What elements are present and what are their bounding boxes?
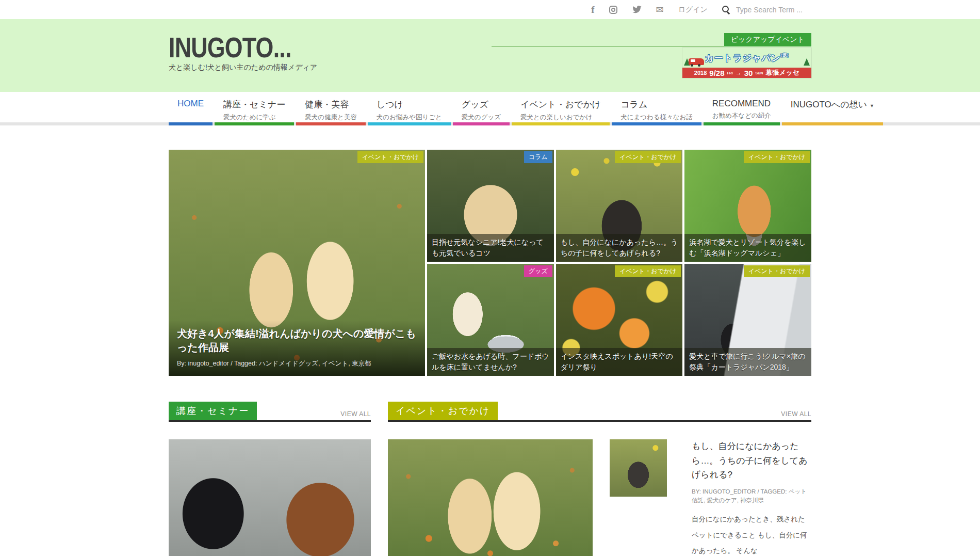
banner-title: カートラジャパン(仮) — [705, 52, 789, 64]
view-all-link[interactable]: VIEW ALL — [340, 410, 371, 420]
nav-sublabel: 愛犬のために学ぶ — [223, 113, 285, 122]
category-badge[interactable]: イベント・おでかけ — [744, 151, 810, 163]
event-article-image[interactable] — [388, 439, 593, 556]
section-title-event[interactable]: イベント・おでかけ — [388, 402, 498, 420]
facebook-icon[interactable]: f — [591, 4, 594, 15]
magnifier-glyph — [722, 6, 730, 13]
hero-article-card[interactable]: イベント・おでかけ 犬好き4人が集結!溢れんばかりの犬への愛情がこもった作品展 … — [169, 150, 425, 376]
twitter-icon[interactable] — [632, 6, 642, 14]
nav-label: イベント・おでかけ — [520, 99, 601, 110]
nav-item-about[interactable]: INUGOTOへの想い▼ — [782, 92, 883, 125]
pug-thumb-photo — [610, 439, 667, 497]
instagram-glyph — [609, 6, 617, 14]
card-caption: ご飯やお水をあげる時、フードボウルを床に置いてませんか? — [427, 348, 554, 376]
category-badge[interactable]: イベント・おでかけ — [744, 265, 810, 277]
puppies-photo — [388, 439, 593, 556]
list-item-meta: BY: INUGOTO_EDITOR / TAGGED: ペット信託, 愛犬のケ… — [692, 487, 809, 506]
category-badge[interactable]: イベント・おでかけ — [615, 265, 681, 277]
article-card-senior-dog[interactable]: コラム 目指せ元気なシニア!老犬になっても元気でいるコツ — [427, 150, 554, 262]
section-header: 講座・セミナー VIEW ALL — [169, 402, 371, 422]
banner-date-to: 30 — [744, 69, 753, 77]
nav-label: HOME — [177, 99, 204, 109]
article-card-pug[interactable]: イベント・おでかけ もし、自分になにかあったら…。うちの子に何をしてあげられる? — [556, 150, 683, 262]
view-all-link[interactable]: VIEW ALL — [781, 410, 811, 420]
banner-date-from: 9/28 — [709, 69, 724, 77]
event-article-list: もし、自分になにかあったら…。うちの子に何をしてあげられる? BY: INUGO… — [610, 439, 811, 556]
card-caption: もし、自分になにかあったら…。うちの子に何をしてあげられる? — [556, 234, 683, 262]
category-badge[interactable]: イベント・おでかけ — [357, 151, 423, 163]
nav-label: しつけ — [377, 99, 442, 110]
list-item: もし、自分になにかあったら…。うちの子に何をしてあげられる? BY: INUGO… — [610, 439, 811, 556]
category-badge[interactable]: イベント・おでかけ — [615, 151, 681, 163]
email-icon[interactable]: ✉ — [656, 4, 664, 15]
section-header: イベント・おでかけ VIEW ALL — [388, 402, 811, 422]
nav-item-health-beauty[interactable]: 健康・美容 愛犬の健康と美容 — [296, 92, 366, 125]
pickup-event-label[interactable]: ピックアップイベント — [724, 33, 811, 46]
card-caption: インスタ映えスポットあり!天空のダリア祭り — [556, 348, 683, 376]
category-badge[interactable]: コラム — [524, 151, 552, 163]
list-item-thumbnail[interactable] — [610, 439, 667, 497]
arrow-right-icon: → — [736, 69, 742, 76]
featured-grid: イベント・おでかけ 犬好き4人が集結!溢れんばかりの犬への愛情がこもった作品展 … — [169, 150, 811, 376]
search-input[interactable] — [736, 6, 806, 14]
nav-item-goods[interactable]: グッズ 愛犬のグッズ — [453, 92, 510, 125]
card-caption: 浜名湖で愛犬とリゾート気分を楽しむ「浜名湖ドッグマルシェ」 — [684, 234, 811, 262]
nav-sublabel: お勧め本などの紹介 — [712, 112, 771, 120]
card-caption: 目指せ元気なシニア!老犬になっても元気でいるコツ — [427, 234, 554, 262]
banner-year: 2018 — [694, 70, 707, 76]
nav-label: コラム — [620, 99, 693, 110]
nav-sublabel: 犬にまつわる様々なお話 — [620, 113, 693, 122]
nav-item-home[interactable]: HOME — [169, 92, 213, 125]
banner-date-strip: 2018 9/28 FRI → 30 SUN 幕張メッセ — [682, 68, 811, 78]
twitter-bird — [632, 6, 642, 14]
nav-label: 健康・美容 — [305, 99, 357, 110]
card-caption: 愛犬と車で旅に行こう!クルマ×旅の祭典「カートラジャパン2018」 — [684, 348, 811, 376]
banner-mark: (仮) — [780, 53, 789, 57]
card-title: インスタ映えスポットあり!天空のダリア祭り — [561, 351, 678, 373]
search-icon[interactable] — [722, 6, 730, 13]
site-header: INUGOTO... 犬と楽しむ!犬と飼い主のための情報メディア ピックアップイ… — [0, 19, 980, 92]
banner-day-from: FRI — [727, 71, 733, 75]
banner-venue: 幕張メッセ — [765, 68, 799, 77]
nav-label: RECOMMEND — [712, 99, 771, 109]
card-title: ご飯やお水をあげる時、フードボウルを床に置いてませんか? — [432, 351, 549, 373]
nav-item-event-outing[interactable]: イベント・おでかけ 愛犬との楽しいおでかけ — [512, 92, 610, 125]
nav-label: グッズ — [462, 99, 501, 110]
tree-icon — [804, 58, 810, 66]
main-nav: HOME 講座・セミナー 愛犬のために学ぶ 健康・美容 愛犬の健康と美容 しつけ… — [0, 92, 980, 126]
banner-day-to: SUN — [755, 71, 763, 75]
nav-item-seminar[interactable]: 講座・セミナー 愛犬のために学ぶ — [215, 92, 294, 125]
site-logo[interactable]: INUGOTO... — [169, 34, 291, 61]
pickup-event-widget: ピックアップイベント カートラジャパン(仮) 2018 9/28 FRI → 3… — [492, 19, 811, 92]
nav-sublabel: 愛犬の健康と美容 — [305, 113, 357, 122]
article-card-dahlia[interactable]: イベント・おでかけ インスタ映えスポットあり!天空のダリア祭り — [556, 264, 683, 376]
event-banner[interactable]: カートラジャパン(仮) 2018 9/28 FRI → 30 SUN 幕張メッセ — [682, 48, 811, 78]
article-card-foodbowl[interactable]: グッズ ご飯やお水をあげる時、フードボウルを床に置いてませんか? — [427, 264, 554, 376]
login-link[interactable]: ログイン — [678, 5, 708, 14]
site-tagline: 犬と楽しむ!犬と飼い主のための情報メディア — [169, 63, 322, 72]
article-card-cartra[interactable]: イベント・おでかけ 愛犬と車で旅に行こう!クルマ×旅の祭典「カートラジャパン20… — [684, 264, 811, 376]
nav-label: 講座・セミナー — [223, 99, 285, 110]
hero-caption: 犬好き4人が集結!溢れんばかりの犬への愛情がこもった作品展 By: inugot… — [169, 320, 425, 376]
section-seminar: 講座・セミナー VIEW ALL — [169, 402, 371, 556]
nav-sublabel: 愛犬のグッズ — [462, 113, 501, 122]
nav-sublabel: 犬のお悩みや困りごと — [377, 113, 442, 122]
chevron-down-icon: ▼ — [870, 103, 874, 108]
nav-item-recommend[interactable]: RECOMMEND お勧め本などの紹介 — [704, 92, 780, 125]
category-badge[interactable]: グッズ — [524, 265, 552, 277]
instagram-icon[interactable] — [609, 6, 617, 14]
section-title-seminar[interactable]: 講座・セミナー — [169, 402, 257, 420]
card-title: 愛犬と車で旅に行こう!クルマ×旅の祭典「カートラジャパン2018」 — [689, 351, 807, 373]
card-title: もし、自分になにかあったら…。うちの子に何をしてあげられる? — [561, 237, 678, 259]
nav-item-training[interactable]: しつけ 犬のお悩みや困りごと — [368, 92, 451, 125]
list-item-excerpt: 自分になにかあったとき、残されたペットにできること もし、自分に何かあったら。 … — [692, 512, 809, 556]
hero-title: 犬好き4人が集結!溢れんばかりの犬への愛情がこもった作品展 — [177, 327, 417, 355]
card-title: 目指せ元気なシニア!老犬になっても元気でいるコツ — [432, 237, 549, 259]
article-card-hamanako[interactable]: イベント・おでかけ 浜名湖で愛犬とリゾート気分を楽しむ「浜名湖ドッグマルシェ」 — [684, 150, 811, 262]
section-row: 講座・セミナー VIEW ALL イベント・おでかけ VIEW ALL — [169, 402, 811, 556]
list-item-title[interactable]: もし、自分になにかあったら…。うちの子に何をしてあげられる? — [692, 439, 809, 482]
nav-item-column[interactable]: コラム 犬にまつわる様々なお話 — [612, 92, 701, 125]
seminar-article-image[interactable] — [169, 439, 371, 556]
nav-sublabel: 愛犬との楽しいおでかけ — [520, 113, 601, 122]
divider-line — [492, 46, 724, 46]
